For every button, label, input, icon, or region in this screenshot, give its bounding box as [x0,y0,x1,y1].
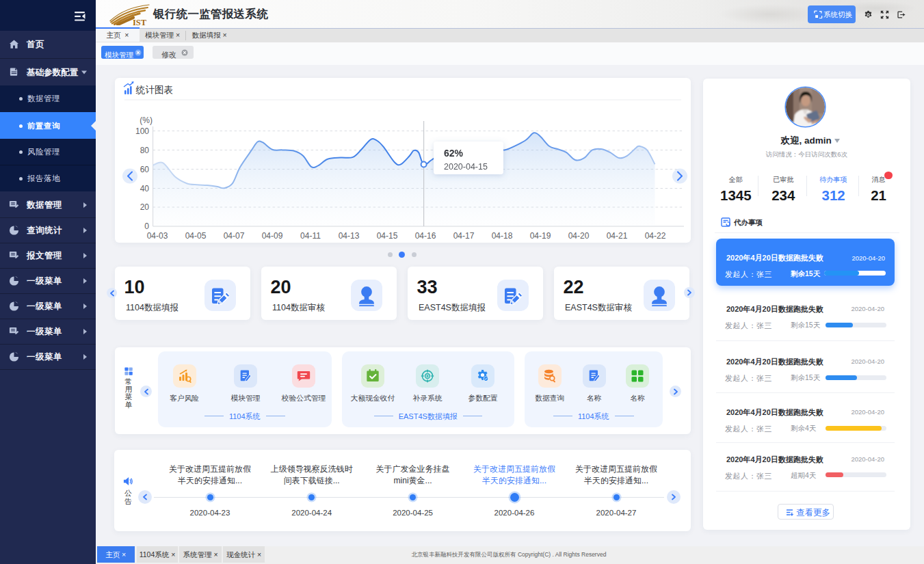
svg-text:100: 100 [135,126,149,136]
svg-text:80: 80 [140,146,150,155]
svg-text:04-22: 04-22 [645,231,666,241]
svg-text:04-19: 04-19 [530,231,551,241]
svg-text:04-20: 04-20 [568,231,590,241]
svg-text:04-11: 04-11 [300,231,321,241]
svg-text:04-07: 04-07 [224,231,245,241]
svg-text:04-21: 04-21 [607,231,628,241]
svg-text:(%): (%) [140,116,153,125]
svg-text:04-15: 04-15 [377,231,398,241]
svg-text:04-09: 04-09 [262,231,283,241]
svg-text:04-03: 04-03 [147,231,168,241]
svg-text:04-13: 04-13 [339,231,360,241]
svg-text:0: 0 [144,221,149,231]
svg-text:2020-04-15: 2020-04-15 [444,162,488,172]
svg-text:IST: IST [133,18,147,26]
svg-text:04-17: 04-17 [453,231,475,241]
svg-text:04-05: 04-05 [185,231,207,241]
svg-text:统计图表: 统计图表 [135,85,173,95]
svg-text:62%: 62% [444,148,464,159]
svg-text:40: 40 [140,184,150,193]
svg-text:20: 20 [140,202,150,212]
svg-text:04-18: 04-18 [492,231,513,241]
svg-text:60: 60 [140,165,150,174]
svg-text:04-16: 04-16 [415,231,436,241]
